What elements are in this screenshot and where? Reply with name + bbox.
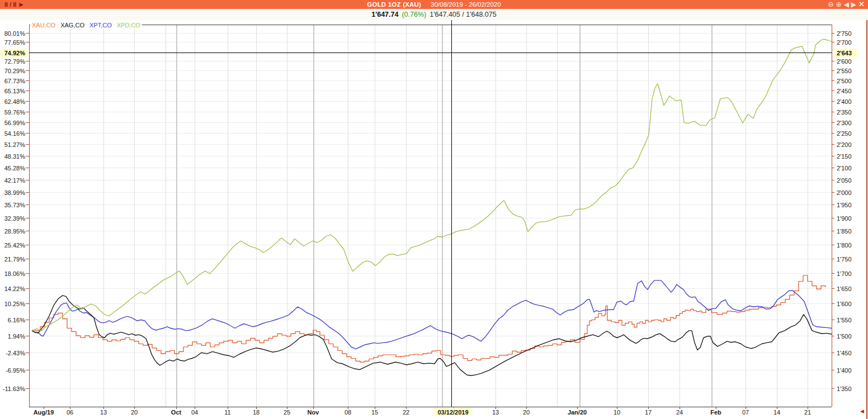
- svg-text:1'800: 1'800: [837, 242, 852, 249]
- svg-text:Nov: Nov: [308, 409, 320, 416]
- svg-text:2'350: 2'350: [837, 109, 852, 116]
- gridlines: [29, 25, 832, 407]
- legend-item-xau[interactable]: XAU,CO: [32, 22, 55, 29]
- svg-text:2'750: 2'750: [837, 30, 852, 37]
- instrument-title: GOLD 1OZ (XAU): [367, 1, 421, 8]
- last-price: 1'647.74: [371, 11, 398, 18]
- svg-text:21: 21: [804, 409, 811, 416]
- title-bar: 8 / 8 ▶ GOLD 1OZ (XAU) 30/08/2019 - 26/0…: [0, 0, 868, 9]
- chart-window: 8 / 8 ▶ GOLD 1OZ (XAU) 30/08/2019 - 26/0…: [0, 0, 868, 419]
- svg-text:25.42%: 25.42%: [4, 242, 26, 249]
- svg-text:1'950: 1'950: [837, 202, 852, 208]
- title-area: GOLD 1OZ (XAU) 30/08/2019 - 26/02/2020: [0, 1, 868, 8]
- svg-text:48.31%: 48.31%: [4, 153, 26, 160]
- scroll-right-icon[interactable]: ▶: [851, 0, 856, 9]
- svg-text:2'600: 2'600: [837, 58, 852, 65]
- svg-text:Aug/19: Aug/19: [34, 409, 54, 416]
- svg-text:54.16%: 54.16%: [4, 130, 26, 137]
- svg-text:80.01%: 80.01%: [4, 30, 26, 37]
- scrollbar-left-icon[interactable]: ◀: [860, 408, 864, 414]
- svg-text:2'150: 2'150: [837, 153, 852, 160]
- svg-text:1'900: 1'900: [837, 215, 852, 222]
- svg-text:10: 10: [614, 409, 620, 416]
- svg-text:1'700: 1'700: [837, 270, 852, 277]
- svg-text:14: 14: [773, 409, 780, 416]
- price-chart[interactable]: 80.01%2'75077.65%2'70072.79%2'60070.29%2…: [0, 0, 868, 419]
- svg-text:45.28%: 45.28%: [4, 165, 26, 172]
- zoom-out-icon[interactable]: ⊖: [828, 0, 834, 9]
- svg-text:15: 15: [371, 409, 378, 416]
- svg-text:11: 11: [224, 409, 230, 416]
- svg-text:77.65%: 77.65%: [4, 39, 26, 46]
- svg-text:18.06%: 18.06%: [4, 270, 26, 277]
- svg-text:59.76%: 59.76%: [4, 109, 26, 116]
- svg-text:14.22%: 14.22%: [4, 285, 26, 292]
- svg-text:18: 18: [253, 409, 260, 416]
- zoom-in-icon[interactable]: ⊕: [836, 0, 842, 9]
- svg-text:74.92%: 74.92%: [4, 50, 26, 56]
- svg-text:1'750: 1'750: [837, 256, 852, 263]
- svg-text:56.99%: 56.99%: [4, 120, 26, 126]
- svg-text:-2.43%: -2.43%: [6, 350, 25, 356]
- svg-text:1'500: 1'500: [837, 333, 852, 340]
- pager-next-icon[interactable]: ▶: [19, 2, 23, 7]
- legend-item-xag[interactable]: XAG,CO: [60, 22, 84, 29]
- svg-text:70.29%: 70.29%: [4, 68, 26, 74]
- svg-text:-11.63%: -11.63%: [3, 385, 25, 392]
- svg-text:72.79%: 72.79%: [4, 58, 26, 65]
- svg-text:1'400: 1'400: [837, 367, 852, 374]
- crosshair: 74.92%2'643: [1, 20, 857, 407]
- svg-text:20: 20: [523, 409, 530, 416]
- close-icon[interactable]: ✕: [858, 0, 865, 9]
- svg-text:6.16%: 6.16%: [8, 317, 25, 323]
- svg-text:28.95%: 28.95%: [4, 228, 26, 235]
- svg-text:13: 13: [100, 409, 107, 416]
- svg-text:17: 17: [645, 409, 652, 416]
- legend-item-xpt[interactable]: XPT,CO: [89, 22, 112, 29]
- svg-text:2'000: 2'000: [837, 189, 852, 196]
- scroll-left-icon[interactable]: ◀: [844, 0, 849, 9]
- svg-text:06: 06: [67, 409, 73, 416]
- svg-text:2'400: 2'400: [837, 98, 852, 105]
- svg-text:2'500: 2'500: [837, 78, 852, 84]
- svg-text:2'450: 2'450: [837, 88, 852, 94]
- svg-text:21.79%: 21.79%: [4, 256, 26, 263]
- window-controls: ⊖ ⊕ ◀ ▶ ✕: [828, 0, 865, 9]
- svg-text:1.94%: 1.94%: [8, 333, 25, 340]
- svg-text:35.73%: 35.73%: [4, 202, 26, 208]
- svg-text:1'550: 1'550: [837, 317, 852, 323]
- svg-text:65.13%: 65.13%: [4, 88, 26, 94]
- svg-text:2'300: 2'300: [837, 120, 852, 126]
- legend-item-xpd[interactable]: XPD,CO: [117, 22, 140, 29]
- svg-text:42.17%: 42.17%: [4, 177, 26, 184]
- series-legend: XAU,CO XAG,CO XPT,CO XPD,CO: [30, 22, 142, 29]
- svg-text:51.27%: 51.27%: [4, 141, 26, 148]
- svg-text:25: 25: [284, 409, 290, 416]
- window-edge-bar: [866, 20, 867, 419]
- svg-text:1'350: 1'350: [837, 385, 852, 392]
- svg-text:04: 04: [191, 409, 198, 416]
- svg-text:07: 07: [742, 409, 749, 416]
- svg-text:2'100: 2'100: [837, 165, 852, 172]
- svg-text:03/12/2019: 03/12/2019: [437, 409, 468, 416]
- svg-text:22: 22: [403, 409, 409, 416]
- pager-label: 8 / 8: [4, 1, 16, 8]
- svg-text:Feb: Feb: [710, 409, 721, 416]
- svg-text:Jan/20: Jan/20: [568, 409, 587, 416]
- svg-text:67.73%: 67.73%: [4, 78, 26, 84]
- chart-pager[interactable]: 8 / 8 ▶: [4, 0, 23, 9]
- svg-text:2'250: 2'250: [837, 130, 852, 137]
- svg-text:2'550: 2'550: [837, 68, 852, 74]
- svg-text:62.48%: 62.48%: [4, 98, 26, 105]
- date-range: 30/08/2019 - 26/02/2020: [431, 1, 501, 8]
- svg-text:24: 24: [676, 409, 683, 416]
- x-axis-labels: Aug/19061320Oct04111825Nov08152203/12/20…: [34, 407, 811, 416]
- svg-text:1'450: 1'450: [837, 350, 852, 356]
- svg-text:13: 13: [492, 409, 499, 416]
- quote-bar: 1'647.74 (0.76%) 1'647.405 / 1'648.075: [0, 9, 868, 20]
- svg-text:2'200: 2'200: [837, 141, 852, 148]
- svg-text:10.25%: 10.25%: [4, 301, 26, 307]
- svg-text:-6.95%: -6.95%: [6, 367, 25, 374]
- svg-text:38.99%: 38.99%: [4, 189, 26, 196]
- svg-text:1'850: 1'850: [837, 228, 852, 235]
